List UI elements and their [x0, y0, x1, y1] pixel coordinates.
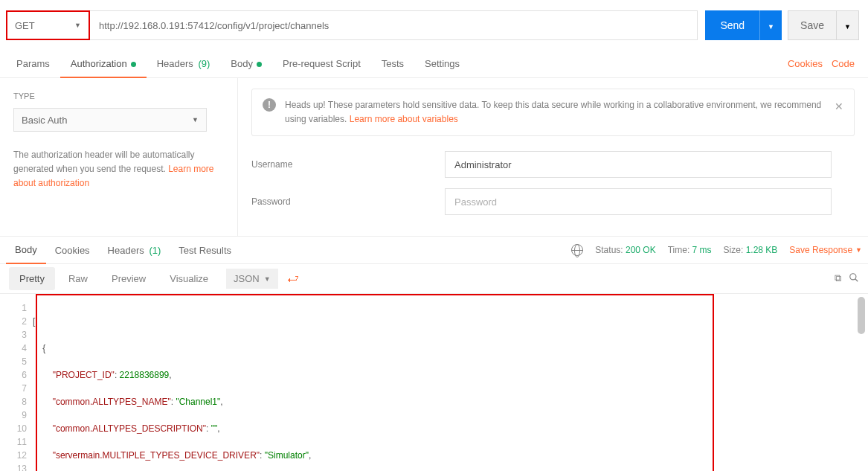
chevron-down-icon: ▼ — [264, 275, 271, 283]
send-dropdown[interactable]: ▼ — [759, 10, 782, 40]
tab-authorization[interactable]: Authorization — [60, 51, 147, 78]
line-gutter: 123456789101112131415 — [0, 294, 33, 471]
tab-headers[interactable]: Headers (9) — [147, 51, 221, 77]
view-raw[interactable]: Raw — [58, 267, 98, 290]
variables-link[interactable]: Learn more about variables — [350, 114, 458, 124]
copy-icon[interactable]: ⧉ — [835, 272, 841, 285]
auth-type-label: TYPE — [13, 92, 224, 100]
username-label: Username — [251, 159, 445, 170]
resp-tab-testresults[interactable]: Test Results — [170, 237, 240, 263]
tab-settings[interactable]: Settings — [414, 51, 470, 77]
status-dot-icon — [257, 62, 262, 67]
password-label: Password — [251, 196, 445, 207]
scrollbar[interactable] — [858, 297, 865, 334]
chevron-down-icon: ▼ — [855, 246, 862, 254]
search-icon[interactable] — [849, 272, 859, 285]
method-dropdown[interactable]: GET ▼ — [6, 10, 90, 40]
response-body: 123456789101112131415 [ { "PROJECT_ID": … — [0, 294, 868, 471]
svg-line-1 — [855, 279, 858, 282]
tab-body[interactable]: Body — [220, 51, 272, 77]
wrap-icon[interactable]: ⮐ — [287, 272, 299, 286]
code-link[interactable]: Code — [832, 58, 855, 70]
svg-point-0 — [850, 274, 856, 280]
info-banner: ! Heads up! These parameters hold sensit… — [251, 89, 855, 136]
time-meta: Time: 7 ms — [668, 245, 712, 255]
password-input[interactable] — [445, 188, 832, 215]
status-meta: Status: 200 OK — [595, 245, 655, 255]
code-content[interactable]: [ { "PROJECT_ID": 2218836899, "common.AL… — [33, 294, 868, 471]
resp-tab-headers[interactable]: Headers (1) — [99, 237, 170, 263]
tab-prerequest[interactable]: Pre-request Script — [272, 51, 371, 77]
username-input[interactable] — [445, 151, 832, 178]
send-button[interactable]: Send — [705, 10, 759, 40]
resp-tab-cookies[interactable]: Cookies — [46, 237, 99, 263]
view-visualize[interactable]: Visualize — [159, 267, 219, 290]
chevron-down-icon: ▼ — [192, 116, 199, 124]
auth-type-select[interactable]: Basic Auth ▼ — [13, 108, 207, 132]
method-value: GET — [15, 20, 35, 31]
view-preview[interactable]: Preview — [101, 267, 156, 290]
save-button[interactable]: Save — [788, 10, 837, 40]
chevron-down-icon: ▼ — [768, 23, 774, 31]
status-dot-icon — [131, 62, 136, 67]
resp-tab-body[interactable]: Body — [6, 237, 46, 264]
url-input[interactable] — [90, 10, 698, 40]
save-response-button[interactable]: Save Response ▼ — [789, 245, 862, 255]
info-icon: ! — [263, 98, 276, 112]
tab-tests[interactable]: Tests — [371, 51, 414, 77]
size-meta: Size: 1.28 KB — [724, 245, 778, 255]
save-dropdown[interactable]: ▼ — [837, 10, 859, 40]
view-pretty[interactable]: Pretty — [9, 267, 55, 290]
auth-description: The authorization header will be automat… — [13, 148, 224, 191]
globe-icon[interactable] — [571, 244, 583, 256]
close-icon[interactable]: ✕ — [835, 98, 843, 115]
cookies-link[interactable]: Cookies — [788, 58, 823, 70]
chevron-down-icon: ▼ — [74, 22, 81, 29]
format-dropdown[interactable]: JSON ▼ — [226, 269, 278, 289]
chevron-down-icon: ▼ — [844, 23, 851, 31]
tab-params[interactable]: Params — [6, 51, 60, 77]
